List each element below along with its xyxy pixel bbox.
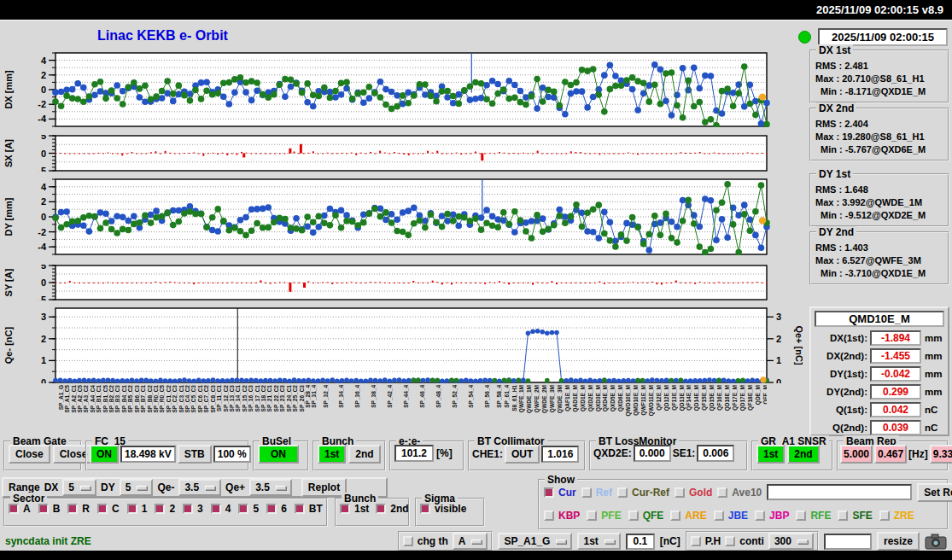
- sector-checkbox-1[interactable]: 1: [127, 503, 148, 515]
- svg-text:-5: -5: [38, 166, 46, 172]
- bunch-checkbox-1st[interactable]: 1st: [340, 503, 369, 515]
- sector-checkbox-6[interactable]: 6: [266, 503, 287, 515]
- checkbox-indicator: [211, 504, 221, 514]
- show-checkbox-ave10[interactable]: Ave10: [717, 487, 762, 499]
- show-checkbox-jbp[interactable]: JBP: [755, 510, 789, 522]
- dropdown-indicator: [604, 540, 615, 544]
- replot-button[interactable]: Replot: [301, 478, 347, 497]
- sector-checkbox-b[interactable]: B: [38, 503, 61, 515]
- checkbox-label: 2: [169, 503, 175, 515]
- ref-name-input[interactable]: [767, 484, 912, 500]
- stat-box-title: DX 1st: [816, 44, 853, 56]
- beam-rep-hz-value: 5.000: [840, 445, 873, 464]
- bpm-x-label: SP_B7_C1: [141, 385, 146, 413]
- checkbox-indicator: [238, 504, 248, 514]
- gr-a1-1st-button[interactable]: 1st: [756, 445, 785, 464]
- bpm-x-label: SP_36_4: [355, 385, 360, 408]
- bpm-x-label: QWD11E_M: [649, 385, 654, 416]
- checkbox-label: Ref: [596, 487, 612, 499]
- checkbox-label: SFE: [852, 510, 872, 522]
- sector-checkbox-r[interactable]: R: [67, 503, 90, 515]
- bunch-select[interactable]: 1st: [577, 533, 620, 550]
- camera-icon[interactable]: [925, 533, 947, 550]
- fc15-stb-button[interactable]: STB: [178, 445, 212, 464]
- dropdown-indicator: [205, 486, 215, 490]
- bpm-x-label: SP_B8_C2: [148, 385, 153, 413]
- ee-ratio-group: e-:e- 101.2 [%]: [389, 440, 464, 471]
- sector-checkbox-5[interactable]: 5: [238, 503, 259, 515]
- checkbox-label: Cur-Ref: [632, 487, 669, 499]
- sector-checkbox-4[interactable]: 4: [211, 503, 231, 515]
- bpm-x-label: SP_31_4: [312, 385, 317, 408]
- range-qem-select[interactable]: 3.5: [178, 479, 221, 496]
- show-checkbox-rfe[interactable]: RFE: [796, 510, 831, 522]
- fc15-kv-readout: 18.498 kV: [120, 446, 176, 463]
- sector-checkbox-c[interactable]: C: [97, 503, 120, 515]
- beam-rep-meas-value: 0.467: [874, 445, 907, 464]
- sp-device-select[interactable]: SP_A1_G: [498, 533, 572, 550]
- show-checkbox-qfe[interactable]: QFE: [628, 510, 664, 522]
- bpm-x-label: SP_48_4: [436, 385, 441, 408]
- show-checkbox-cur-ref[interactable]: Cur-Ref: [617, 487, 669, 499]
- dropdown-indicator: [471, 540, 482, 544]
- range-qep-select[interactable]: 3.5: [249, 479, 292, 496]
- checkbox-label: 1: [142, 503, 148, 515]
- show-checkbox-pfe[interactable]: PFE: [587, 510, 621, 522]
- chg-th-checkbox[interactable]: [403, 536, 413, 546]
- sector-checkbox-2[interactable]: 2: [155, 503, 175, 515]
- th-select[interactable]: A: [453, 533, 488, 550]
- range-dy-select[interactable]: 5: [120, 479, 154, 496]
- checkbox-label: Ave10: [732, 487, 762, 499]
- show-checkbox-sfe[interactable]: SFE: [838, 510, 872, 522]
- fc15-on-button[interactable]: ON: [90, 445, 119, 464]
- show-checkbox-kbp[interactable]: KBP: [544, 510, 580, 522]
- busel-on-button[interactable]: ON: [258, 445, 299, 464]
- show-checkbox-jbe[interactable]: JBE: [714, 510, 748, 522]
- bpm-x-label: SP_28_4: [306, 385, 311, 408]
- svg-text:DY [mm]: DY [mm]: [3, 197, 14, 236]
- beam-rep-group: Beam Rep 5.000 0.467 [Hz]9.333[%]: [837, 440, 949, 471]
- bpm-x-label: QF13E_M: [672, 385, 677, 411]
- sector-checkbox-a[interactable]: A: [9, 503, 31, 515]
- monitor-row-unit: mm: [925, 387, 942, 397]
- bpm-x-label: S8_61_H1: [512, 385, 517, 411]
- gr-a1-2nd-button[interactable]: 2nd: [787, 445, 819, 464]
- bpm-x-label: SP_23_C3: [280, 385, 285, 411]
- show-checkbox-ref[interactable]: Ref: [581, 487, 612, 499]
- stat-max: Max : 6.527@QWFE_3M: [815, 255, 944, 265]
- sigma-visible-checkbox[interactable]: visible: [420, 503, 466, 515]
- resize-button[interactable]: resize: [877, 532, 920, 551]
- sector-checkbox-3[interactable]: 3: [183, 503, 203, 515]
- monitor-row-label: DX(1st):: [815, 333, 867, 343]
- bpm-x-label: QWFE_1M: [519, 385, 524, 412]
- top-info-bar: 2025/11/09 02:00:15 v8.9: [0, 0, 952, 20]
- checkbox-label: RFE: [810, 510, 831, 522]
- svg-text:2: 2: [776, 334, 781, 344]
- bunch-checkbox-2nd[interactable]: 2nd: [376, 503, 408, 515]
- points-select[interactable]: 300: [768, 533, 814, 550]
- svg-text:2: 2: [41, 196, 46, 207]
- bpm-x-label: SP_11_C1: [217, 385, 222, 411]
- conti-checkbox[interactable]: [725, 536, 735, 546]
- show-checkbox-gold[interactable]: Gold: [675, 487, 712, 499]
- range-dx-select[interactable]: 5: [62, 479, 96, 496]
- beam-gate-close-button-1[interactable]: Close: [9, 445, 50, 464]
- sx-plot: 50-5SX [A]: [0, 135, 803, 172]
- svg-text:4: 4: [41, 55, 47, 66]
- aux-input[interactable]: [824, 534, 872, 550]
- checkbox-indicator: [340, 504, 350, 514]
- bpm-x-label: QF14E_M: [686, 385, 692, 411]
- bunch-1st-button[interactable]: 1st: [318, 445, 346, 464]
- charge-threshold-input[interactable]: [626, 534, 655, 550]
- che1-out-button[interactable]: OUT: [505, 445, 540, 464]
- show-checkbox-are[interactable]: ARE: [670, 510, 706, 522]
- sector-checkbox-bt[interactable]: BT: [295, 503, 323, 515]
- set-ref-button[interactable]: Set Ref: [917, 483, 952, 502]
- monitor-bpm-name[interactable]: QMD10E_M: [815, 311, 944, 327]
- checkbox-indicator: [544, 487, 554, 498]
- show-checkbox-cur[interactable]: Cur: [544, 487, 576, 499]
- show-checkbox-zre[interactable]: ZRE: [879, 510, 914, 522]
- ph-checkbox[interactable]: [691, 536, 701, 546]
- svg-text:5: 5: [41, 265, 46, 271]
- bunch-2nd-button[interactable]: 2nd: [348, 445, 380, 464]
